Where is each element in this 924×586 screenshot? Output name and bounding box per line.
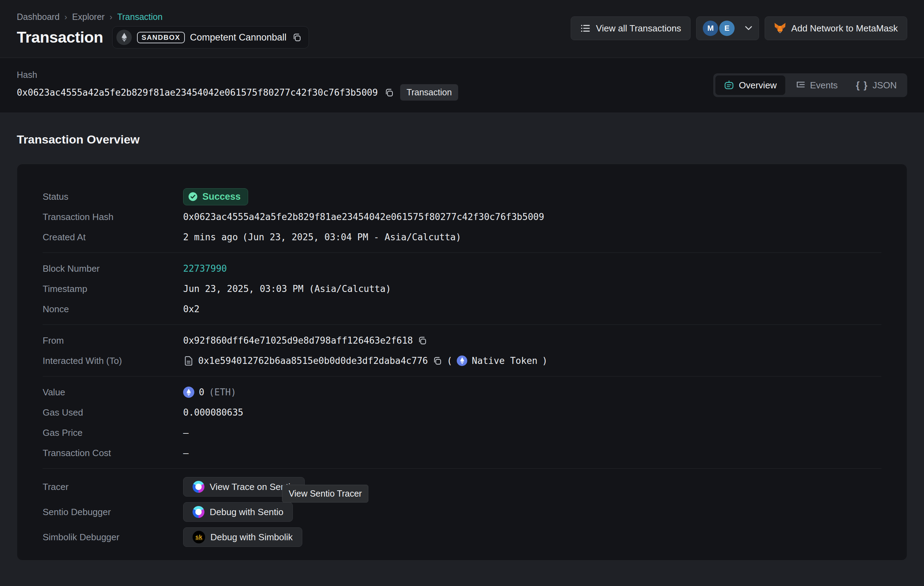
list-icon: [580, 23, 591, 33]
row-nonce: Nonce 0x2: [43, 299, 881, 319]
tab-overview-label: Overview: [739, 80, 777, 91]
transaction-type-badge: Transaction: [400, 84, 458, 100]
row-simbolik-debugger: Simbolik Debugger sk Debug with Simbolik: [43, 525, 881, 550]
status-badge: Success: [183, 188, 248, 205]
breadcrumb-separator-icon: ›: [64, 12, 67, 22]
main-content: Transaction Overview Status Success: [0, 112, 924, 586]
row-gas-price: Gas Price —: [43, 423, 881, 443]
hash-band: Hash 0x0623ac4555a42a5fe2b829f81ae234540…: [0, 58, 924, 112]
group-debug-tools: Tracer View Trace on Sentio Sentio Debug…: [43, 468, 881, 550]
section-heading: Transaction Overview: [17, 112, 907, 146]
tab-events-label: Events: [810, 80, 838, 91]
breadcrumb-explorer[interactable]: Explorer: [72, 12, 104, 22]
native-token-eth-icon: [457, 356, 467, 366]
hash-label: Hash: [17, 70, 458, 80]
chevron-down-icon: [745, 26, 752, 31]
debug-with-simbolik-button[interactable]: sk Debug with Simbolik: [183, 527, 302, 547]
row-transaction-cost: Transaction Cost —: [43, 443, 881, 463]
transaction-cost-value: —: [183, 448, 189, 458]
hash-row: 0x0623ac4555a42a5fe2b829f81ae23454042e06…: [17, 84, 458, 100]
hash-group: Hash 0x0623ac4555a42a5fe2b829f81ae234540…: [17, 70, 458, 100]
copy-icon[interactable]: [292, 33, 302, 42]
sandbox-badge: SANDBOX: [137, 32, 185, 43]
row-gas-used: Gas Used 0.000080635: [43, 402, 881, 423]
to-address: 0x1e594012762b6aa8515e0b0d0de3df2daba4c7…: [198, 356, 428, 366]
copy-icon[interactable]: [384, 88, 394, 97]
header-actions: View all Transactions M E: [571, 16, 907, 58]
add-network-metamask-label: Add Network to MetaMask: [791, 23, 898, 34]
breadcrumb-dashboard[interactable]: Dashboard: [17, 12, 59, 22]
avatar-m: M: [703, 21, 718, 36]
group-block: Block Number 22737990 Timestamp Jun 23, …: [43, 252, 881, 319]
timestamp-value: Jun 23, 2025, 03:03 PM (Asia/Calcutta): [183, 283, 391, 294]
status-label: Status: [43, 191, 183, 202]
view-tabs: Overview Events { } JSON: [713, 73, 907, 97]
copy-icon[interactable]: [417, 336, 427, 346]
row-timestamp: Timestamp Jun 23, 2025, 03:03 PM (Asia/C…: [43, 279, 881, 299]
gas-price-value: —: [183, 428, 189, 438]
row-from: From 0x92f860dff64e71025d9e8d798aff12646…: [43, 330, 881, 351]
nonce-value: 0x2: [183, 304, 200, 314]
title-row: Transaction SANDBOX Competent Cannonball: [17, 26, 309, 49]
row-tracer: Tracer View Trace on Sentio: [43, 474, 881, 499]
tab-json[interactable]: { } JSON: [848, 76, 905, 95]
row-interacted-with: Interacted With (To) 0x1e594012762b6aa85…: [43, 351, 881, 371]
add-network-metamask-button[interactable]: Add Network to MetaMask: [765, 16, 907, 40]
paren-close: ): [542, 356, 548, 366]
status-value: Success: [202, 191, 241, 202]
overview-icon: [724, 80, 734, 91]
transaction-hash-value: 0x0623ac4555a42a5fe2b829f81ae23454042e06…: [183, 212, 544, 222]
eth-icon: [183, 387, 194, 398]
tab-json-label: JSON: [873, 80, 897, 91]
sentio-logo-icon: [193, 506, 205, 518]
json-braces-icon: { }: [856, 80, 868, 91]
row-transaction-hash: Transaction Hash 0x0623ac4555a42a5fe2b82…: [43, 207, 881, 227]
sentio-tracer-tooltip: View Sentio Tracer: [282, 485, 368, 502]
breadcrumb-separator-icon: ›: [109, 12, 112, 22]
breadcrumb-transaction: Transaction: [117, 12, 162, 22]
value-unit: (ETH): [209, 387, 236, 397]
value-amount: 0: [199, 387, 205, 397]
breadcrumb: Dashboard › Explorer › Transaction: [17, 12, 309, 22]
transaction-page: Dashboard › Explorer › Transaction Trans…: [0, 0, 924, 586]
from-address: 0x92f860dff64e71025d9e8d798aff126463e2f6…: [183, 335, 413, 346]
view-all-transactions-label: View all Transactions: [596, 23, 681, 34]
group-addresses: From 0x92f860dff64e71025d9e8d798aff12646…: [43, 324, 881, 371]
created-at-relative: 2 mins ago: [183, 232, 238, 242]
row-value: Value 0 (ETH): [43, 382, 881, 402]
network-pill: SANDBOX Competent Cannonball: [112, 26, 309, 49]
top-header: Dashboard › Explorer › Transaction Trans…: [0, 0, 924, 58]
group-status: Status Success Transaction Hash 0x06: [43, 186, 881, 247]
row-status: Status Success: [43, 186, 881, 207]
overview-card: Status Success Transaction Hash 0x06: [17, 164, 907, 561]
sandbox-name: Competent Cannonball: [190, 32, 287, 43]
header-left: Dashboard › Explorer › Transaction Trans…: [17, 0, 309, 58]
simbolik-logo-icon: sk: [193, 531, 205, 543]
gas-used-value: 0.000080635: [183, 407, 243, 418]
row-sentio-debugger: Sentio Debugger Debug with Sentio: [43, 499, 881, 525]
group-value-gas: Value 0 (ETH) Gas Used 0.0: [43, 376, 881, 463]
metamask-fox-icon: [774, 23, 786, 34]
created-at-absolute: (Jun 23, 2025, 03:04 PM - Asia/Calcutta): [243, 232, 461, 242]
row-created-at: Created At 2 mins ago (Jun 23, 2025, 03:…: [43, 227, 881, 247]
events-tree-icon: [795, 80, 805, 91]
page-title: Transaction: [17, 28, 103, 46]
ethereum-icon: [116, 30, 132, 45]
tab-overview[interactable]: Overview: [715, 76, 785, 95]
account-switcher-button[interactable]: M E: [696, 16, 759, 40]
paren-open: (: [447, 356, 452, 366]
block-number-link[interactable]: 22737990: [183, 263, 227, 274]
avatar-e: E: [719, 21, 734, 36]
debug-with-sentio-button[interactable]: Debug with Sentio: [183, 502, 293, 522]
sentio-logo-icon: [193, 481, 205, 493]
contract-document-icon: [183, 356, 194, 366]
native-token-label: Native Token: [472, 356, 538, 366]
copy-icon[interactable]: [432, 356, 442, 365]
view-all-transactions-button[interactable]: View all Transactions: [571, 16, 691, 40]
row-block-number: Block Number 22737990: [43, 258, 881, 279]
hash-value: 0x0623ac4555a42a5fe2b829f81ae23454042e06…: [17, 87, 378, 98]
tab-events[interactable]: Events: [787, 76, 846, 95]
